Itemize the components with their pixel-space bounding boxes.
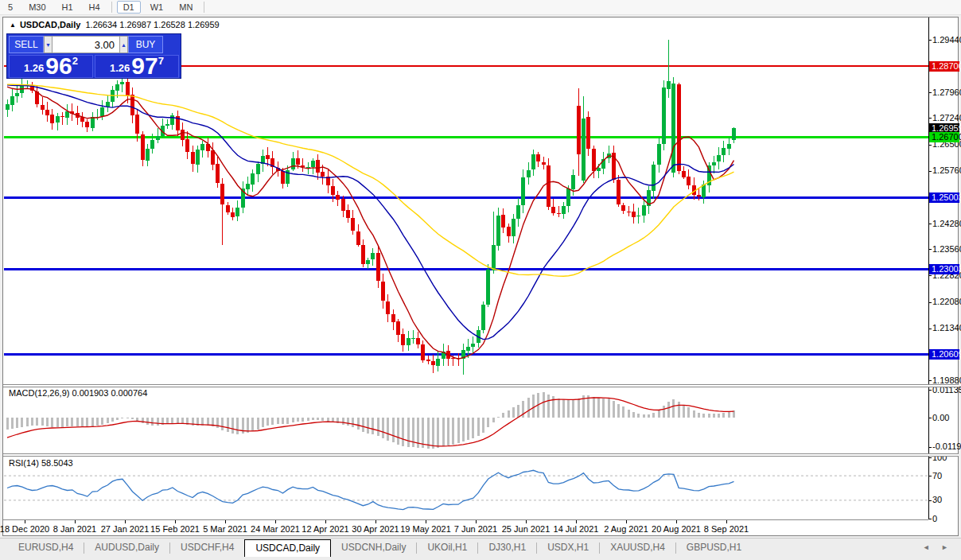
price-level-tag: 1.25003: [929, 192, 959, 203]
toolbar-separator: [204, 2, 204, 13]
date-axis-tick-mark: [375, 520, 376, 523]
date-axis-tick-mark: [576, 520, 577, 523]
bid-price-big-digits: 96: [45, 56, 72, 76]
macd-indicator-label: MACD(12,26,9) 0.001903 0.000764: [9, 388, 147, 398]
date-axis: 18 Dec 20208 Jan 202127 Jan 202115 Feb 2…: [3, 519, 928, 535]
date-axis-label: 20 Aug 2021: [652, 524, 701, 534]
volume-decrease-button[interactable]: ▼: [44, 36, 53, 53]
date-axis-tick-mark: [225, 520, 226, 523]
chart-tab-gbpusd[interactable]: GBPUSD,H1: [676, 539, 752, 556]
timeframe-toolbar: 5M30H1H4D1W1MN: [0, 0, 961, 15]
price-axis-tick-mark: [928, 118, 932, 119]
macd-axis-tick-label: 0.00: [932, 413, 949, 423]
ask-price-prefix: 1.26: [110, 60, 130, 76]
chart-tab-eurusd[interactable]: EURUSD,H4: [8, 539, 84, 556]
rsi-axis-tick-label: 30: [932, 495, 942, 505]
bid-price-pip-digit: 2: [72, 57, 78, 65]
price-axis-tick-label: 1.23560: [932, 244, 961, 255]
timeframe-button-m30[interactable]: M30: [22, 1, 52, 14]
timeframe-button-h4[interactable]: H4: [83, 1, 107, 14]
ask-price-pip-digit: 7: [158, 57, 164, 65]
date-axis-tick-mark: [175, 520, 176, 523]
timeframe-button-h1[interactable]: H1: [56, 1, 80, 14]
price-axis-tick-label: 1.29440: [932, 35, 961, 45]
rsi-axis-tick-mark: [928, 457, 932, 458]
toolbar-separator: [111, 2, 112, 13]
price-axis-tick-label: 1.27960: [932, 88, 961, 98]
price-level-tag: 1.28700: [929, 61, 959, 72]
price-axis-tick-mark: [928, 275, 932, 276]
chart-symbol-title: USDCAD,Daily: [20, 20, 80, 29]
price-axis-tick-label: 1.21340: [932, 323, 961, 333]
macd-axis-tick-label: -0.01190: [932, 441, 961, 452]
macd-pane-splitter[interactable]: [3, 384, 959, 387]
chart-tab-audusd[interactable]: AUDUSD,Daily: [84, 539, 169, 556]
volume-input[interactable]: [53, 36, 119, 53]
tab-scroll-arrows[interactable]: ◄ ►: [923, 543, 953, 551]
volume-increase-button[interactable]: ▲: [119, 36, 128, 53]
price-axis-tick-mark: [928, 329, 932, 329]
timeframe-button-mn[interactable]: MN: [173, 1, 199, 14]
timeframe-button-5[interactable]: 5: [2, 1, 19, 14]
chart-tab-usdchf[interactable]: USDCHF,H4: [170, 539, 244, 556]
date-axis-tick-mark: [726, 520, 727, 523]
macd-axis-tick-mark: [928, 390, 932, 391]
date-axis-label: 24 Mar 2021: [251, 524, 300, 534]
price-axis-tick-mark: [928, 40, 932, 41]
price-axis-tick-mark: [928, 171, 932, 172]
rsi-axis-tick-mark: [928, 519, 932, 519]
chart-title-bar: ▲USDCAD,Daily 1.26634 1.26987 1.26528 1.…: [10, 20, 220, 31]
date-axis-label: 19 May 2021: [400, 524, 451, 534]
price-axis-tick-label: 1.24280: [932, 219, 961, 229]
price-axis-tick-label: 1.27240: [932, 113, 961, 123]
chart-tab-usdcnh[interactable]: USDCNH,Daily: [331, 539, 416, 556]
bid-price-prefix: 1.26: [24, 60, 44, 76]
one-click-trade-panel: SELL ▼ ▲ BUY 1.26962 1.26977: [6, 33, 181, 79]
price-level-tag: 1.23003: [929, 264, 959, 274]
date-axis-tick-mark: [626, 520, 627, 523]
rsi-axis-tick-mark: [928, 476, 932, 476]
date-axis-tick-mark: [25, 520, 25, 523]
timeframe-button-w1[interactable]: W1: [144, 1, 170, 14]
price-level-tag: 1.20609: [929, 349, 959, 360]
bid-price-button[interactable]: 1.26962: [9, 55, 93, 78]
chart-tab-usdcad[interactable]: USDCAD,Daily: [244, 539, 331, 557]
date-axis-tick-mark: [426, 520, 426, 523]
buy-button[interactable]: BUY: [128, 36, 163, 53]
chart-tab-dj30[interactable]: DJ30,H1: [478, 539, 536, 556]
date-axis-tick-mark: [476, 520, 477, 523]
date-axis-tick-mark: [275, 520, 276, 523]
price-axis-tick-mark: [928, 249, 932, 250]
price-axis-tick-label: 1.22080: [932, 297, 961, 307]
date-axis-label: 5 Mar 2021: [203, 524, 247, 534]
chart-tab-usdx[interactable]: USDX,H1: [537, 539, 599, 556]
price-axis-tick-label: 1.25760: [932, 165, 961, 176]
sell-button[interactable]: SELL: [9, 36, 44, 53]
macd-axis-tick-mark: [928, 447, 932, 448]
rsi-pane-splitter[interactable]: [3, 453, 959, 457]
ask-price-big-digits: 97: [131, 56, 158, 76]
ask-price-button[interactable]: 1.26977: [95, 55, 179, 78]
date-axis-tick-mark: [676, 520, 677, 523]
date-axis-tick-mark: [325, 520, 326, 523]
price-axis-tick-mark: [928, 92, 932, 93]
rsi-axis-tick-label: 0: [932, 514, 937, 524]
price-axis-tick-mark: [928, 145, 932, 146]
chart-tab-ukoil[interactable]: UKOil,H1: [417, 539, 477, 556]
trading-terminal: 5M30H1H4D1W1MN ▲USDCAD,Daily 1.26634 1.2…: [0, 0, 961, 560]
date-axis-label: 27 Jan 2021: [101, 524, 150, 534]
price-axis-tick-mark: [928, 302, 932, 303]
date-axis-label: 25 Jun 2021: [502, 524, 551, 534]
chart-ohlc-values: 1.26634 1.26987 1.26528 1.26959: [85, 20, 219, 29]
rsi-axis-tick-mark: [928, 500, 932, 501]
timeframe-button-d1[interactable]: D1: [117, 1, 141, 14]
rsi-indicator-label: RSI(14) 58.5043: [9, 458, 73, 468]
date-axis-label: 7 Jun 2021: [454, 524, 497, 534]
collapse-triangle-icon[interactable]: ▲: [10, 21, 16, 29]
price-chart-canvas[interactable]: [4, 18, 928, 519]
date-axis-label: 18 Dec 2020: [0, 524, 49, 534]
date-axis-label: 14 Jul 2021: [554, 524, 599, 534]
chart-tab-xauusd[interactable]: XAUUSD,H4: [600, 539, 675, 556]
date-axis-label: 8 Jan 2021: [53, 524, 96, 534]
chart-tab-bar: EURUSD,H4AUDUSD,DailyUSDCHF,H4USDCAD,Dai…: [0, 538, 961, 560]
